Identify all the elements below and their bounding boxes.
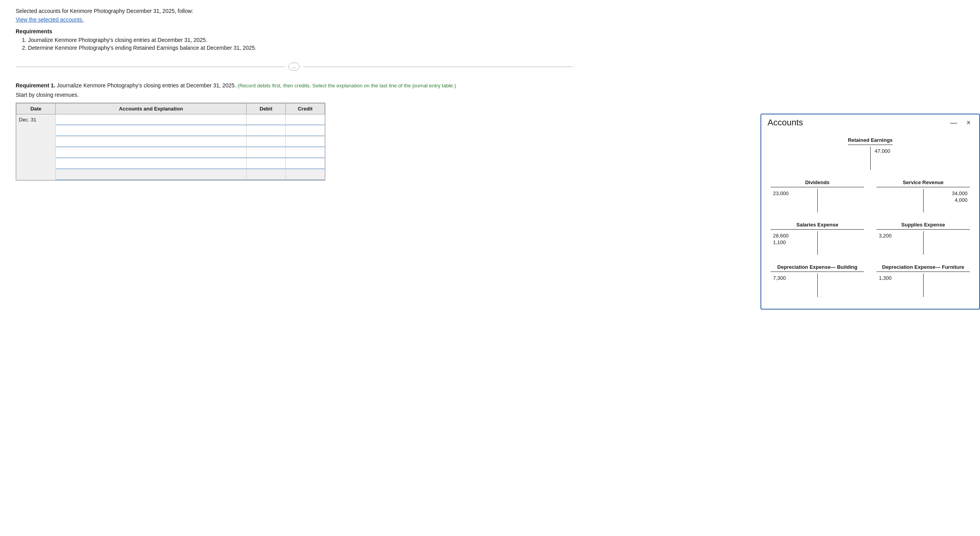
- t-account-retained-earnings-body: 47,000: [848, 147, 893, 170]
- t-account-dep-building: Depreciation Expense— Building 7,300: [771, 264, 864, 297]
- t-account-supplies-expense-title: Supplies Expense: [877, 222, 970, 230]
- requirement1-bold: Requirement 1.: [16, 82, 55, 89]
- credit-input-1[interactable]: [286, 115, 325, 125]
- debit-input-cell-3: [247, 136, 286, 147]
- panel-body: Retained Earnings 47,000 Dividends 23,00…: [761, 131, 979, 306]
- t-account-dep-furniture-title: Depreciation Expense— Furniture: [877, 264, 970, 272]
- accounts-panel-title: Accounts: [768, 118, 803, 128]
- t-account-supplies-expense: Supplies Expense 3,200: [877, 222, 970, 255]
- requirements-list: 1. Journalize Kenmore Photography's clos…: [16, 37, 572, 51]
- debit-input-2[interactable]: [247, 126, 285, 136]
- t-account-dividends-title: Dividends: [771, 179, 864, 187]
- debit-input-1[interactable]: [247, 115, 285, 125]
- view-selected-accounts-link[interactable]: View the selected accounts.: [16, 16, 83, 23]
- requirement1-instruction: (Record debits first, then credits. Sele…: [238, 83, 456, 89]
- table-row: [16, 158, 325, 169]
- t-accounts-grid: Retained Earnings 47,000 Dividends 23,00…: [771, 137, 970, 297]
- debit-input-cell-4: [247, 147, 286, 158]
- table-row: [16, 147, 325, 158]
- journal-table-wrapper: Date Accounts and Explanation Debit Cred…: [16, 103, 325, 181]
- divider-pill[interactable]: ...: [289, 63, 299, 71]
- t-account-service-revenue: Service Revenue 34,000 4,000: [877, 179, 970, 212]
- accounts-panel-header: Accounts — ×: [761, 114, 979, 131]
- debit-input-4[interactable]: [247, 148, 285, 158]
- table-row: Dec. 31: [16, 114, 325, 125]
- salaries-expense-value-2: 1,100: [773, 239, 815, 245]
- accounts-input-cell-6: [56, 169, 247, 180]
- dep-building-value: 7,300: [773, 275, 815, 281]
- t-account-service-revenue-debit: [877, 189, 924, 212]
- requirement1-heading: Requirement 1. Journalize Kenmore Photog…: [16, 82, 572, 89]
- credit-input-cell-2: [286, 125, 325, 136]
- t-account-dividends-body: 23,000: [771, 189, 864, 212]
- requirement-item-1: 1. Journalize Kenmore Photography's clos…: [22, 37, 572, 43]
- credit-input-2[interactable]: [286, 126, 325, 136]
- accounts-input-cell-4: [56, 147, 247, 158]
- accounts-input-4[interactable]: [56, 148, 246, 158]
- credit-input-cell-5: [286, 158, 325, 169]
- dividends-value: 23,000: [773, 190, 815, 196]
- requirement1-text: Journalize Kenmore Photography's closing…: [55, 82, 236, 89]
- accounts-panel: Accounts — × Retained Earnings 47,000 Di…: [760, 114, 980, 310]
- table-row: [16, 125, 325, 136]
- t-account-salaries-expense-debit: 28,600 1,100: [771, 231, 818, 255]
- debit-input-cell-6: [247, 169, 286, 180]
- credit-input-4[interactable]: [286, 148, 325, 158]
- col-header-date: Date: [16, 103, 56, 114]
- requirements-title: Requirements: [16, 28, 572, 34]
- t-account-dep-furniture: Depreciation Expense— Furniture 1,300: [877, 264, 970, 297]
- t-account-dep-building-body: 7,300: [771, 273, 864, 297]
- credit-input-cell-4: [286, 147, 325, 158]
- accounts-input-2[interactable]: [56, 126, 246, 136]
- debit-input-cell-2: [247, 125, 286, 136]
- t-account-supplies-expense-credit: [924, 231, 970, 255]
- accounts-input-3[interactable]: [56, 137, 246, 147]
- divider-line-right: [303, 67, 572, 67]
- t-account-dep-furniture-debit: 1,300: [877, 273, 924, 297]
- credit-input-cell-6: [286, 169, 325, 180]
- t-account-dep-building-credit: [818, 273, 864, 297]
- accounts-input-1[interactable]: [56, 115, 246, 125]
- date-cell: Dec. 31: [16, 114, 56, 180]
- accounts-input-6[interactable]: [56, 170, 246, 180]
- requirement-item-2: 2. Determine Kenmore Photography's endin…: [22, 45, 572, 51]
- col-header-credit: Credit: [286, 103, 325, 114]
- accounts-input-5[interactable]: [56, 159, 246, 169]
- accounts-input-cell-2: [56, 125, 247, 136]
- dep-furniture-value: 1,300: [879, 275, 921, 281]
- t-account-dep-furniture-body: 1,300: [877, 273, 970, 297]
- debit-input-cell-1: [247, 114, 286, 125]
- t-account-retained-earnings-title: Retained Earnings: [848, 137, 893, 145]
- t-account-dep-furniture-credit: [924, 273, 970, 297]
- credit-input-3[interactable]: [286, 137, 325, 147]
- requirements-section: Requirements 1. Journalize Kenmore Photo…: [16, 28, 572, 51]
- credit-input-cell-1: [286, 114, 325, 125]
- accounts-input-cell-5: [56, 158, 247, 169]
- t-account-retained-earnings-debit: [848, 147, 871, 170]
- t-account-service-revenue-credit: 34,000 4,000: [924, 189, 970, 212]
- t-account-retained-earnings-credit: 47,000: [871, 147, 893, 170]
- service-revenue-value-2: 4,000: [926, 197, 968, 203]
- service-revenue-value-1: 34,000: [926, 190, 968, 196]
- t-account-retained-earnings: Retained Earnings 47,000: [848, 137, 893, 170]
- t-account-service-revenue-title: Service Revenue: [877, 179, 970, 187]
- t-account-supplies-expense-body: 3,200: [877, 231, 970, 255]
- minimize-button[interactable]: —: [947, 118, 959, 128]
- journal-table: Date Accounts and Explanation Debit Cred…: [16, 103, 325, 180]
- debit-input-3[interactable]: [247, 137, 285, 147]
- t-account-dividends-debit: 23,000: [771, 189, 818, 212]
- debit-input-5[interactable]: [247, 159, 285, 169]
- t-account-dividends-credit: [818, 189, 864, 212]
- credit-input-6[interactable]: [286, 170, 325, 180]
- start-text: Start by closing revenues.: [16, 92, 572, 98]
- accounts-input-cell-3: [56, 136, 247, 147]
- t-account-salaries-expense-body: 28,600 1,100: [771, 231, 864, 255]
- salaries-expense-value-1: 28,600: [773, 233, 815, 239]
- credit-input-5[interactable]: [286, 159, 325, 169]
- col-header-debit: Debit: [247, 103, 286, 114]
- table-row: [16, 136, 325, 147]
- t-account-dividends: Dividends 23,000: [771, 179, 864, 212]
- close-button[interactable]: ×: [964, 118, 973, 128]
- credit-input-cell-3: [286, 136, 325, 147]
- debit-input-6[interactable]: [247, 170, 285, 180]
